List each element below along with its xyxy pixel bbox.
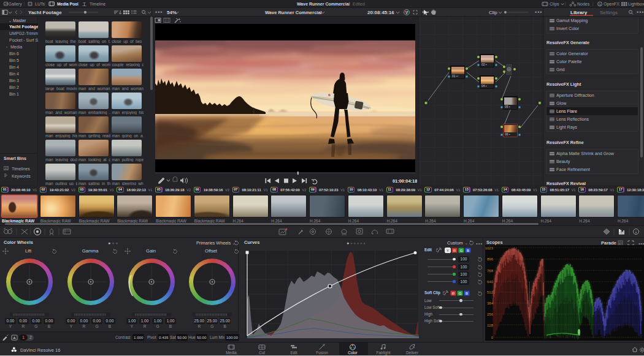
svg-text:Wave Runner Commercial: Wave Runner Commercial (297, 2, 350, 6)
svg-text:20:08:45:16: 20:08:45:16 (367, 10, 394, 15)
svg-text:Wave Runner Commercial: Wave Runner Commercial (265, 10, 322, 15)
svg-text:Edited: Edited (353, 2, 365, 6)
svg-text:Media Pool: Media Pool (57, 2, 79, 6)
svg-text:Clip: Clip (489, 10, 497, 15)
svg-text:Settings: Settings (600, 10, 618, 15)
svg-text:LUTs: LUTs (35, 2, 45, 6)
svg-text:Nodes: Nodes (577, 2, 590, 6)
svg-text:Gallery: Gallery (9, 2, 23, 7)
svg-text:Yacht Footage: Yacht Footage (28, 10, 62, 15)
svg-text:896: 896 (487, 257, 494, 261)
svg-text:01:00:04:18: 01:00:04:18 (393, 178, 417, 184)
svg-text:Timeline: Timeline (90, 2, 105, 6)
svg-text:Library: Library (570, 10, 588, 15)
svg-text:Clips: Clips (550, 2, 559, 7)
svg-text:768: 768 (487, 269, 494, 273)
svg-text:128: 128 (487, 324, 494, 327)
svg-text:OpenFX: OpenFX (604, 2, 619, 7)
svg-text:fx: fx (599, 2, 601, 6)
svg-text:•••: ••• (535, 9, 542, 15)
svg-text:256: 256 (487, 312, 494, 316)
svg-text:Lightbox: Lightbox (628, 2, 644, 7)
svg-text:•••: ••• (637, 9, 644, 15)
svg-text:1023: 1023 (485, 246, 494, 250)
svg-text:•••: ••• (155, 9, 163, 15)
svg-text:512: 512 (487, 290, 494, 294)
svg-text:54%: 54% (167, 10, 177, 15)
svg-text:640: 640 (487, 280, 494, 284)
svg-text:384: 384 (487, 301, 494, 305)
